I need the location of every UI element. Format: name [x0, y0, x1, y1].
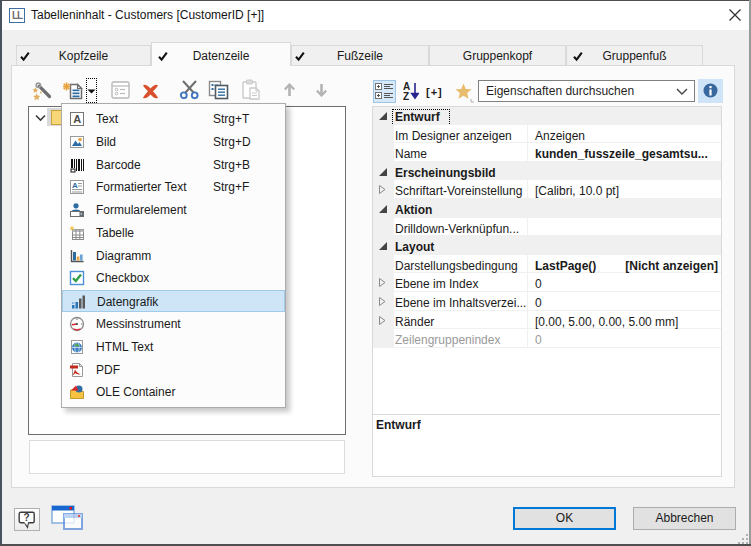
svg-text:?: ?: [24, 512, 30, 523]
svg-text:A: A: [72, 181, 78, 190]
svg-text:A: A: [73, 113, 81, 125]
svg-text:Z: Z: [403, 91, 409, 102]
